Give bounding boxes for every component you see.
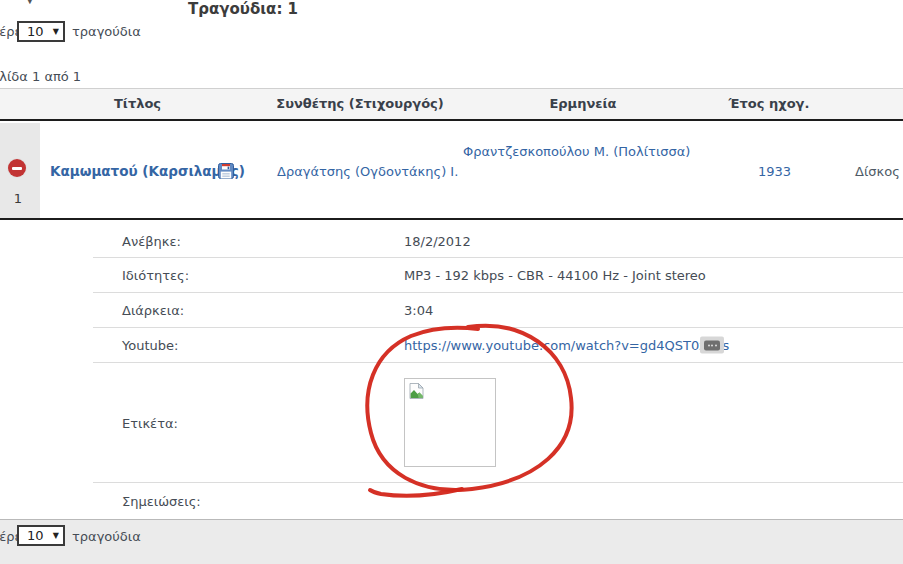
duration-value: 3:04 [404, 303, 433, 318]
page: ▼ Τραγούδια: 1 Φέρε 10 ▼ τραγούδια Σελίδ… [0, 0, 903, 564]
detail-row-label-image: Ετικέτα: [93, 363, 903, 483]
select-arrow-icon: ▼ [53, 531, 63, 540]
remove-song-button[interactable] [8, 159, 26, 177]
properties-value: MP3 - 192 kbps - CBR - 44100 Hz - Joint … [404, 268, 706, 283]
uploaded-label: Ανέβηκε: [122, 234, 181, 249]
ellipsis-icon [704, 340, 720, 350]
song-source-label: Δίσκος [855, 164, 900, 179]
song-title-link[interactable]: Καμωματού (Καρσιλαμάς) [50, 163, 245, 179]
broken-image-icon [409, 383, 424, 399]
page-size-select-bottom[interactable]: 10 ▼ [17, 525, 65, 546]
song-year-link[interactable]: 1933 [758, 164, 790, 179]
column-header-year[interactable]: Έτος ηχογ. [686, 89, 852, 119]
duration-label: Διάρκεια: [122, 303, 184, 318]
uploaded-value: 18/2/2012 [404, 234, 471, 249]
page-size-value: 10 [19, 528, 53, 543]
page-title: Τραγούδια: 1 [188, 0, 298, 18]
fetch-count-suffix-label: τραγούδια [72, 529, 141, 544]
detail-row-youtube: Youtube: https://www.youtube.com/watch?v… [93, 328, 903, 363]
detail-row-duration: Διάρκεια: 3:04 [93, 293, 903, 328]
cropped-dropdown-arrow-icon: ▼ [26, 0, 34, 5]
bottom-fetch-bar: Φέρε 10 ▼ τραγούδια [0, 519, 903, 564]
broken-label-image[interactable] [404, 378, 496, 467]
fetch-count-suffix-label: τραγούδια [72, 24, 141, 39]
youtube-label: Youtube: [122, 338, 178, 353]
row-divider [0, 218, 903, 220]
detail-row-uploaded: Ανέβηκε: 18/2/2012 [93, 225, 903, 258]
songs-table-header: Τίτλος Συνθέτης (Στιχουργός) Ερμηνεία Έτ… [0, 88, 903, 121]
pagination-label: Σελίδα 1 από 1 [0, 69, 81, 84]
song-performer-link[interactable]: Φραντζεσκοπούλου Μ. (Πολίτισσα) [463, 144, 690, 159]
detail-row-properties: Ιδιότητες: MP3 - 192 kbps - CBR - 44100 … [93, 258, 903, 293]
row-index: 1 [0, 191, 36, 206]
properties-label: Ιδιότητες: [122, 268, 189, 283]
select-arrow-icon: ▼ [53, 27, 63, 36]
page-size-value: 10 [19, 24, 53, 39]
youtube-link[interactable]: https://www.youtube.com/watch?v=gd4QST0z… [404, 338, 729, 353]
detail-row-notes: Σημειώσεις: [93, 483, 903, 518]
page-size-select[interactable]: 10 ▼ [17, 21, 65, 42]
column-header-title[interactable]: Τίτλος [40, 89, 235, 119]
column-header-performer[interactable]: Ερμηνεία [480, 89, 686, 119]
label-image-label: Ετικέτα: [122, 415, 178, 430]
ellipsis-embed-button[interactable] [700, 337, 724, 354]
floppy-save-icon[interactable] [218, 163, 234, 183]
notes-label: Σημειώσεις: [122, 493, 201, 508]
song-composer-link[interactable]: Δραγάτσης (Ογδοντάκης) Ι. [277, 164, 458, 179]
row-number-cell: 1 [0, 123, 40, 218]
column-header-composer[interactable]: Συνθέτης (Στιχουργός) [240, 89, 480, 119]
